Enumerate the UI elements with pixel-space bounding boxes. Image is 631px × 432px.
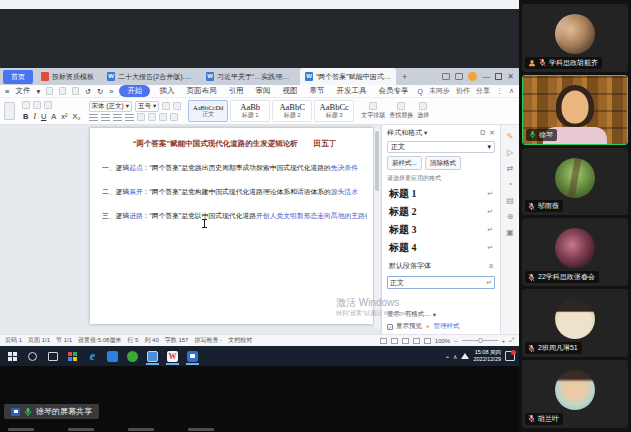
style-item-heading3[interactable]: 标题 3↵ (387, 222, 495, 237)
share-button[interactable]: 分享 (476, 86, 490, 96)
numbering-icon[interactable] (148, 113, 156, 121)
italic-button[interactable]: I (32, 112, 37, 121)
sync-status[interactable]: 未同步 (429, 86, 450, 96)
bell-icon[interactable]: Ω (480, 129, 485, 137)
word-count[interactable]: 字数 157 (165, 336, 189, 345)
text-layout-button[interactable]: 文字排版 (361, 102, 385, 120)
card-tool-icon[interactable]: ▣ (506, 228, 514, 237)
fullscreen-view-icon[interactable] (424, 338, 431, 344)
align-right-icon[interactable] (113, 114, 122, 121)
style-item-heading1[interactable]: 标题 1↵ (387, 186, 495, 201)
workspace-icon[interactable] (442, 73, 450, 80)
internet-explorer-icon[interactable]: e (84, 347, 101, 365)
participant-tile-1[interactable]: 学科思政胡航齐 (522, 4, 628, 72)
close-button[interactable]: ✕ (507, 72, 514, 81)
file-menu[interactable]: 文件 (15, 86, 30, 96)
history-tool-icon[interactable]: ◔ (508, 180, 513, 189)
save-icon[interactable] (46, 87, 53, 95)
style-item-heading4[interactable]: 标题 4↵ (387, 240, 495, 255)
style-item-heading2[interactable]: 标题 2↵ (387, 204, 495, 219)
undo-icon[interactable]: ↺ (85, 87, 91, 96)
preview-checkbox[interactable]: ✓ (387, 324, 393, 330)
zoom-out-icon[interactable]: − (454, 338, 458, 344)
font-color-button[interactable]: A (50, 112, 57, 121)
underline-button[interactable]: U (40, 112, 47, 121)
style-heading2[interactable]: AaBbC 标题 2 (272, 100, 312, 122)
participant-tile-6[interactable]: 胡兰叶 (522, 360, 628, 428)
switch-tool-icon[interactable]: ⇄ (507, 164, 514, 173)
hamburger-icon[interactable]: ≡ (5, 87, 9, 96)
print-icon[interactable] (59, 87, 66, 95)
search-icon[interactable]: Q (417, 88, 422, 95)
wps-app-icon[interactable]: W (164, 347, 181, 365)
print-layout-view-icon[interactable] (391, 338, 398, 344)
align-center-icon[interactable] (101, 114, 110, 121)
close-panel-icon[interactable]: ✕ (489, 129, 495, 137)
shrink-font-icon[interactable] (173, 102, 181, 110)
preview-icon[interactable] (72, 87, 79, 95)
device-icon[interactable]: ⌁ (445, 353, 449, 360)
document-page[interactable]: “两个答案”赋能中国式现代化道路的生发逻辑论析 田五丁 一、逻辑起点：“两个答案… (90, 128, 373, 324)
doc-tab-4-active[interactable]: W “两个答案”赋能中国式现代… (300, 68, 396, 85)
expand-icon[interactable]: ⤢ (509, 337, 514, 344)
green-app-icon[interactable] (124, 347, 141, 365)
tab-page-layout[interactable]: 页面布局 (183, 85, 219, 97)
cortana-button[interactable] (24, 347, 41, 365)
copy-icon[interactable] (33, 101, 41, 109)
document-scrollbar[interactable] (374, 127, 380, 329)
document-canvas[interactable]: “两个答案”赋能中国式现代化道路的生发逻辑论析 田五丁 一、逻辑起点：“两个答案… (0, 125, 381, 334)
overflow-icon[interactable]: » (109, 87, 113, 96)
select-button[interactable]: 选择 (417, 102, 429, 120)
minimize-button[interactable]: — (482, 72, 490, 81)
eye-icon[interactable] (380, 338, 387, 344)
grow-font-icon[interactable] (162, 102, 170, 110)
start-button[interactable] (4, 347, 21, 365)
clear-format-button[interactable]: 清除格式 (425, 156, 461, 170)
bullets-icon[interactable] (137, 113, 145, 121)
zoom-level[interactable]: 100% (435, 338, 450, 344)
network-icon[interactable] (461, 353, 469, 359)
bold-button[interactable]: B (22, 112, 29, 121)
clock[interactable]: 15:08 周四 2022/12/29 (473, 349, 501, 362)
outline-view-icon[interactable] (413, 338, 420, 344)
pages-tool-icon[interactable]: ▤ (506, 196, 514, 205)
font-name-select[interactable]: 宋体 (正文) ▾ (89, 101, 132, 112)
format-painter-icon[interactable] (44, 101, 52, 109)
manage-styles-link[interactable]: 管理样式 (433, 322, 459, 331)
proofing-toggle[interactable]: 文档校对 (228, 336, 252, 345)
scrollbar-thumb[interactable] (375, 131, 379, 191)
select-tool-icon[interactable]: ▷ (507, 148, 513, 157)
more-icon[interactable]: ⋮ (496, 87, 503, 95)
tray-expand-icon[interactable]: ∧ (453, 353, 457, 360)
style-heading3[interactable]: AaBbCc 标题 3 (314, 100, 354, 122)
tab-view[interactable]: 视图 (279, 85, 300, 97)
style-normal[interactable]: AaBbCcDd 正文 (188, 100, 228, 122)
tab-member[interactable]: 会员专享 (375, 85, 411, 97)
superscript-button[interactable]: x² (60, 112, 68, 121)
tab-start[interactable]: 开始 (119, 85, 150, 97)
new-style-button[interactable]: 新样式... (387, 156, 422, 170)
doc-tab-3[interactable]: W 习近平关于“…实践理路”论述 (201, 69, 297, 84)
doc-tab-2[interactable]: W 二十大报告(2合并版).docx (102, 69, 198, 84)
web-layout-view-icon[interactable] (402, 338, 409, 344)
open-window-app-icon[interactable] (144, 347, 161, 365)
justify-icon[interactable] (125, 114, 134, 121)
chevron-down-icon[interactable]: ▾ (424, 129, 427, 137)
task-view-button[interactable] (44, 347, 61, 365)
apps-grid-icon[interactable] (455, 73, 463, 80)
zoom-slider-knob[interactable] (478, 338, 483, 343)
account-avatar[interactable] (468, 72, 477, 81)
paste-button[interactable] (4, 102, 15, 120)
meeting-app-icon[interactable] (184, 347, 201, 365)
redo-icon[interactable]: ↻ (97, 87, 103, 96)
tab-insert[interactable]: 插入 (156, 85, 177, 97)
collaborate-button[interactable]: 协作 (456, 86, 470, 96)
shading-icon[interactable] (170, 113, 178, 121)
maximize-button[interactable] (495, 73, 502, 80)
style-item-default-font[interactable]: 默认段落字体a (387, 258, 495, 273)
participant-tile-2-active[interactable]: 徐琴 (522, 75, 628, 145)
zoom-slider[interactable] (462, 340, 498, 341)
tab-references[interactable]: 引用 (225, 85, 246, 97)
blue-app-icon[interactable] (104, 347, 121, 365)
participant-tile-4[interactable]: 22学科思政张春会 (522, 218, 628, 286)
